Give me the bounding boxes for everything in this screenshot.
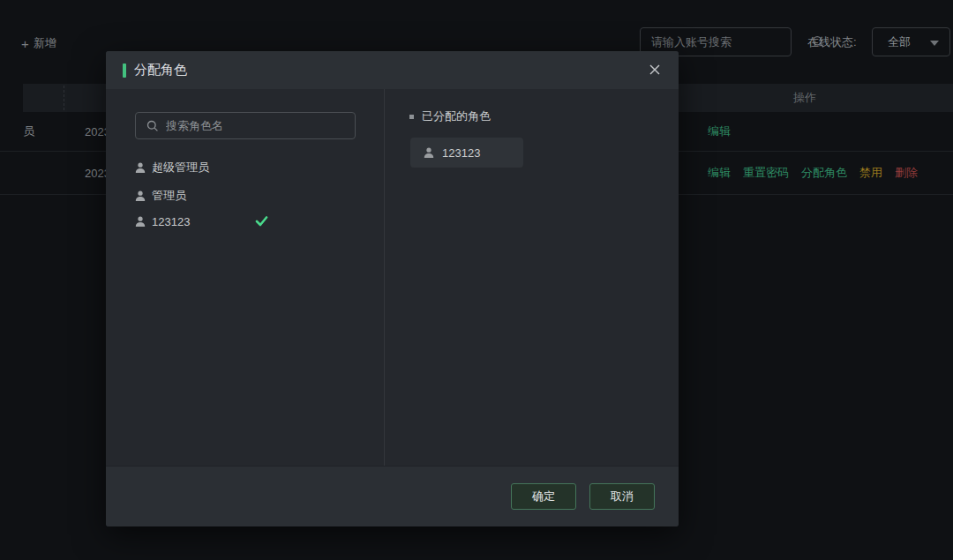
status-select-value: 全部 xyxy=(888,34,911,50)
edit-link[interactable]: 编辑 xyxy=(708,123,731,139)
user-icon xyxy=(135,162,146,174)
delete-link[interactable]: 删除 xyxy=(895,165,918,181)
page: + 新增 在线状态: 全部 操作 员 2023 编辑 2023 编辑 重置密码 … xyxy=(0,0,953,560)
role-name: 超级管理员 xyxy=(152,160,209,175)
add-button-label: 新增 xyxy=(34,35,56,51)
status-select[interactable]: 全部 xyxy=(872,27,950,56)
dialog-footer: 确定 取消 xyxy=(106,466,679,526)
user-icon xyxy=(424,147,434,159)
user-icon xyxy=(135,190,146,202)
role-name: 123123 xyxy=(152,215,190,228)
dialog-header: 分配角色 xyxy=(106,51,679,89)
cancel-button[interactable]: 取消 xyxy=(589,483,655,510)
column-divider xyxy=(64,86,64,110)
user-icon xyxy=(135,216,146,228)
assigned-role-name: 123123 xyxy=(442,146,480,160)
confirm-button[interactable]: 确定 xyxy=(511,483,576,510)
square-bullet-icon xyxy=(409,115,414,119)
plus-icon: + xyxy=(21,37,29,50)
add-button[interactable]: + 新增 xyxy=(21,35,56,51)
cell-name-fragment: 员 xyxy=(23,123,34,139)
chevron-down-icon xyxy=(930,41,939,46)
role-search-box xyxy=(135,112,356,139)
assigned-roles-title: 已分配的角色 xyxy=(422,108,491,124)
row-actions: 编辑 重置密码 分配角色 禁用 删除 xyxy=(708,165,918,181)
role-list-item[interactable]: 管理员 xyxy=(135,188,186,204)
operations-column-header: 操作 xyxy=(793,84,816,112)
role-name: 管理员 xyxy=(152,188,186,204)
title-accent-bar xyxy=(123,63,126,78)
assign-role-dialog: 分配角色 超级管理员 管理员 xyxy=(106,51,679,526)
assigned-roles-header: 已分配的角色 xyxy=(409,108,491,124)
assigned-role-tag[interactable]: 123123 xyxy=(410,138,523,168)
edit-link[interactable]: 编辑 xyxy=(708,165,731,181)
role-list-item[interactable]: 123123 xyxy=(135,213,190,229)
row-actions: 编辑 xyxy=(708,123,731,139)
close-icon[interactable] xyxy=(648,63,662,77)
role-list-item[interactable]: 超级管理员 xyxy=(135,160,209,175)
role-search-input[interactable] xyxy=(159,113,355,138)
search-icon xyxy=(146,120,159,132)
check-icon xyxy=(255,215,268,227)
online-status-label: 在线状态: xyxy=(807,27,857,56)
dialog-body: 超级管理员 管理员 123123 已分配的角色 123123 xyxy=(106,89,679,466)
panel-divider xyxy=(384,89,385,466)
disable-link[interactable]: 禁用 xyxy=(859,165,882,181)
assign-role-link[interactable]: 分配角色 xyxy=(801,165,847,181)
dialog-title: 分配角色 xyxy=(134,62,187,78)
reset-password-link[interactable]: 重置密码 xyxy=(743,165,789,181)
